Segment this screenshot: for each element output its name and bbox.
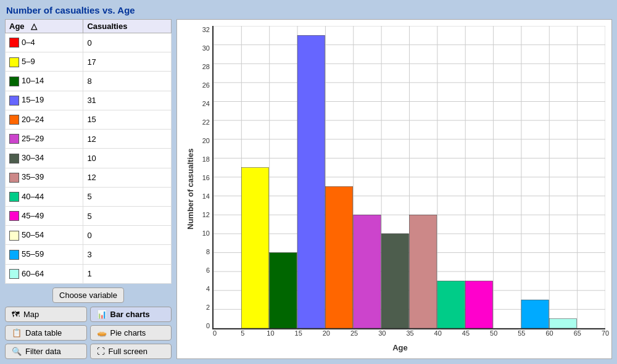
- chart-inner: Number of casualties 3230282624222018161…: [183, 26, 605, 352]
- x-tick-label: 50: [490, 329, 497, 337]
- page-title: Number of casualties vs. Age: [5, 5, 612, 15]
- count-cell: 0: [83, 33, 172, 52]
- age-column-header: Age △: [6, 20, 83, 33]
- count-cell: 12: [83, 130, 172, 149]
- y-tick-label: 28: [195, 63, 210, 70]
- bar-55–59: [521, 300, 549, 328]
- table-row: 45–49 5: [6, 206, 172, 225]
- age-cell: 45–49: [6, 206, 83, 225]
- x-tick-label: 45: [462, 329, 470, 337]
- table-row: 35–39 12: [6, 168, 172, 187]
- bar-10–14: [270, 253, 297, 329]
- count-cell: 1: [83, 264, 172, 283]
- color-swatch: [9, 38, 19, 48]
- chart-area: Number of casualties 3230282624222018161…: [176, 19, 612, 359]
- data-table-button[interactable]: 📋 Data table: [5, 325, 87, 341]
- age-cell: 35–39: [6, 168, 83, 187]
- y-tick-label: 14: [195, 192, 210, 200]
- bar-20–24: [325, 186, 352, 328]
- color-swatch: [9, 115, 19, 125]
- bar-35–39: [410, 215, 437, 328]
- full-screen-button[interactable]: ⛶ Full screen: [90, 344, 172, 359]
- x-tick-label: 70: [602, 329, 609, 337]
- age-cell: 10–14: [6, 72, 83, 91]
- color-swatch: [9, 77, 19, 86]
- filter-data-button[interactable]: 🔍 Filter data: [5, 344, 87, 359]
- y-axis-numbers: 32302826242220181614121086420: [195, 26, 212, 329]
- left-panel: Age △ Casualties 0–4 0 5–9 17 10–14 8 15…: [5, 19, 172, 359]
- main-container: Number of casualties vs. Age Age △ Casua…: [0, 0, 617, 364]
- x-tick-label: 20: [323, 329, 330, 337]
- filter-data-icon: 🔍: [12, 347, 22, 356]
- color-swatch: [9, 211, 19, 221]
- x-tick-label: 0: [213, 329, 217, 337]
- x-tick-label: 65: [574, 329, 581, 337]
- y-tick-label: 30: [195, 44, 210, 52]
- bar-charts-icon: 📊: [97, 310, 107, 319]
- bar-charts-button[interactable]: 📊 Bar charts: [90, 307, 172, 322]
- y-tick-label: 18: [195, 155, 210, 163]
- chart-plot: [212, 26, 605, 329]
- count-cell: 5: [83, 206, 172, 225]
- count-cell: 17: [83, 52, 172, 72]
- y-tick-label: 6: [195, 267, 210, 274]
- bar-40–44: [437, 281, 465, 328]
- table-row: 10–14 8: [6, 72, 172, 91]
- pie-charts-button[interactable]: 🥧 Pie charts: [90, 325, 172, 341]
- count-cell: 5: [83, 187, 172, 206]
- chart-svg: [213, 26, 605, 328]
- map-icon: 🗺: [12, 310, 20, 319]
- bar-5–9: [241, 168, 268, 328]
- x-axis-label: Age: [195, 341, 605, 352]
- age-cell: 25–29: [6, 130, 83, 149]
- x-tick-label: 55: [518, 329, 525, 337]
- count-cell: 0: [83, 226, 172, 245]
- table-row: 55–59 3: [6, 245, 172, 264]
- y-tick-label: 20: [195, 137, 210, 144]
- legend-table: Age △ Casualties 0–4 0 5–9 17 10–14 8 15…: [5, 19, 172, 284]
- y-tick-label: 16: [195, 174, 210, 181]
- color-swatch: [9, 192, 19, 202]
- y-axis-label: Number of casualties: [183, 26, 195, 352]
- y-tick-label: 10: [195, 230, 210, 237]
- x-tick-label: 15: [295, 329, 302, 337]
- x-tick-label: 10: [267, 329, 274, 337]
- y-tick-label: 26: [195, 81, 210, 89]
- x-axis-numbers: 0510152025303540455055606570: [215, 329, 605, 341]
- data-table-icon: 📋: [12, 328, 22, 337]
- content-row: Age △ Casualties 0–4 0 5–9 17 10–14 8 15…: [5, 19, 612, 359]
- count-cell: 31: [83, 91, 172, 110]
- x-tick-label: 40: [434, 329, 442, 337]
- choose-variable-row: Choose variable: [5, 287, 172, 303]
- color-swatch: [9, 57, 19, 67]
- color-swatch: [9, 173, 19, 183]
- table-row: 30–34 10: [6, 149, 172, 168]
- color-swatch: [9, 154, 19, 163]
- color-swatch: [9, 96, 19, 105]
- y-tick-label: 2: [195, 304, 210, 311]
- age-cell: 40–44: [6, 187, 83, 206]
- table-row: 25–29 12: [6, 130, 172, 149]
- count-cell: 15: [83, 110, 172, 129]
- x-tick-label: 25: [350, 329, 358, 337]
- map-button[interactable]: 🗺 Map: [5, 307, 87, 322]
- count-cell: 3: [83, 245, 172, 264]
- x-tick-label: 60: [545, 329, 553, 337]
- table-row: 0–4 0: [6, 33, 172, 52]
- age-cell: 30–34: [6, 149, 83, 168]
- x-tick-label: 5: [241, 329, 244, 337]
- color-swatch: [9, 250, 19, 260]
- table-row: 60–64 1: [6, 264, 172, 283]
- table-row: 40–44 5: [6, 187, 172, 206]
- choose-variable-button[interactable]: Choose variable: [52, 287, 124, 303]
- y-tick-label: 22: [195, 118, 210, 126]
- y-tick-label: 32: [195, 26, 210, 33]
- count-cell: 12: [83, 168, 172, 187]
- full-screen-icon: ⛶: [97, 347, 105, 356]
- bar-60–64: [549, 319, 576, 328]
- age-cell: 50–54: [6, 226, 83, 245]
- table-row: 5–9 17: [6, 52, 172, 72]
- color-swatch: [9, 134, 19, 144]
- y-tick-label: 0: [195, 322, 210, 329]
- x-tick-label: 30: [378, 329, 386, 337]
